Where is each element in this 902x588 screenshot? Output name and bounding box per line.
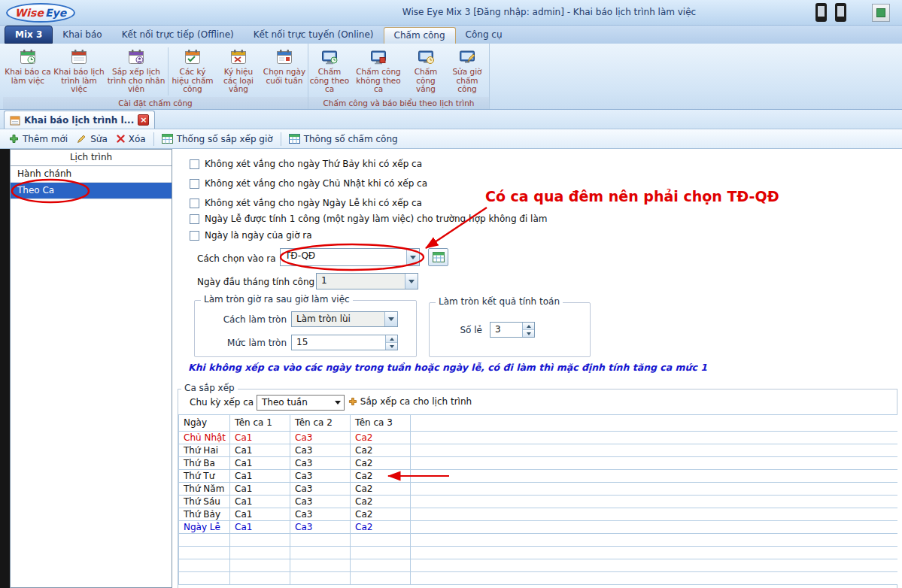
day-cell[interactable]: Thứ Sáu: [179, 496, 230, 508]
ca1-cell[interactable]: Ca1: [230, 483, 290, 496]
ca3-cell[interactable]: Ca2: [351, 444, 411, 457]
tab-ket-noi-online[interactable]: Kết nối trực tuyến (Online): [244, 27, 384, 44]
schedule-list-header[interactable]: Lịch trình: [11, 150, 172, 166]
ca1-cell[interactable]: Ca1: [230, 444, 290, 457]
ca1-cell[interactable]: Ca1: [230, 508, 290, 521]
round-method-combo[interactable]: Làm tròn lùi: [291, 311, 398, 327]
spin-down-icon[interactable]: [523, 330, 534, 337]
tab-khai-bao[interactable]: Khai báo: [53, 27, 111, 44]
cycle-label: Chu kỳ xếp ca: [190, 397, 254, 408]
sort-time-params-button[interactable]: Thống số sắp xếp giờ: [157, 132, 278, 146]
attendance-params-button[interactable]: Thông số chấm công: [284, 132, 402, 146]
day-cell[interactable]: Chủ Nhật: [179, 432, 230, 444]
cycle-combo[interactable]: Theo tuần: [257, 395, 345, 411]
ca3-cell[interactable]: Ca2: [351, 432, 411, 444]
spin-up-icon[interactable]: [523, 323, 534, 330]
assign-shift-link[interactable]: Sắp xếp ca cho lịch trình: [348, 396, 472, 407]
checkbox[interactable]: [190, 214, 199, 224]
ca2-cell[interactable]: Ca3: [290, 496, 351, 508]
day-cell[interactable]: Ngày Lễ: [179, 521, 230, 534]
tray-app-icon[interactable]: [872, 4, 890, 22]
ribbon-button-khai-bao-lich-trinh[interactable]: Khai báo lịch trình làm việc: [53, 46, 105, 97]
checkbox[interactable]: [190, 199, 199, 208]
combo-value: 1: [317, 274, 405, 289]
spinner-value[interactable]: 15: [292, 335, 385, 350]
checkbox-row-thu-bay[interactable]: Không xét vắng cho ngày Thứ Bảy khi có x…: [190, 159, 422, 169]
ca1-cell[interactable]: Ca1: [230, 457, 290, 470]
inout-settings-button[interactable]: [428, 248, 448, 266]
ca3-cell[interactable]: Ca2: [351, 457, 411, 470]
ribbon-button-chon-cuoi-tuan[interactable]: Chọn ngày cuối tuần: [261, 46, 308, 97]
decimals-spinner[interactable]: 3: [490, 322, 535, 338]
ca1-cell[interactable]: Ca1: [230, 496, 290, 508]
column-header-ca2[interactable]: Tên ca 2: [290, 415, 351, 432]
inout-method-combo[interactable]: TĐ-QĐ: [280, 248, 420, 266]
tab-ket-noi-offline[interactable]: Kết nối trực tiếp (Offline): [112, 27, 244, 44]
checkbox-row-chu-nhat[interactable]: Không xét vắng cho ngày Chủ Nhật khi có …: [190, 178, 427, 189]
column-header-ca1[interactable]: Tên ca 1: [230, 415, 290, 432]
ca1-cell[interactable]: Ca1: [230, 470, 290, 483]
day-cell[interactable]: Thứ Năm: [179, 483, 230, 496]
day-cell[interactable]: Thứ Tư: [179, 470, 230, 483]
column-header-ca3[interactable]: Tên ca 3: [351, 415, 411, 432]
ca3-cell[interactable]: Ca2: [351, 521, 411, 534]
ribbon-button-ky-hieu-vang[interactable]: Ký hiệu các loại vắng: [216, 46, 261, 97]
column-header-ngay[interactable]: Ngày: [179, 415, 230, 432]
mobile-device-icon[interactable]: [835, 3, 846, 22]
checkbox[interactable]: [190, 159, 199, 169]
ribbon-button-khai-bao-ca[interactable]: Khai báo ca làm việc: [3, 46, 53, 97]
day-cell[interactable]: Thứ Hai: [179, 444, 230, 457]
tab-mix3[interactable]: Mix 3: [5, 26, 53, 44]
ca3-cell[interactable]: Ca2: [351, 470, 411, 483]
ca2-cell[interactable]: Ca3: [290, 470, 351, 483]
tab-cham-cong[interactable]: Chấm công: [384, 27, 456, 44]
ribbon-button-sua-gio-cham-cong[interactable]: Sửa giờ chấm công: [445, 46, 489, 97]
spin-down-icon[interactable]: [386, 343, 397, 350]
ca2-cell[interactable]: Ca3: [290, 444, 351, 457]
ca2-cell[interactable]: Ca3: [290, 483, 351, 496]
ribbon-button-ky-hieu-cham-cong[interactable]: Các ký hiệu chấm công: [169, 46, 216, 97]
ca2-cell[interactable]: Ca3: [290, 521, 351, 534]
tab-cong-cu[interactable]: Công cụ: [456, 27, 512, 44]
list-item-hanh-chanh[interactable]: Hành chánh: [11, 166, 172, 183]
chevron-down-icon[interactable]: [405, 274, 418, 289]
chevron-down-icon[interactable]: [331, 396, 344, 410]
ca3-cell[interactable]: Ca2: [351, 496, 411, 508]
document-tab-khai-bao-lich-trinh[interactable]: Khai báo lịch trình l... ×: [4, 111, 155, 129]
ca3-cell[interactable]: Ca2: [351, 508, 411, 521]
checkbox-row-ngay-gio-ra[interactable]: Ngày là ngày của giờ ra: [190, 230, 312, 241]
spin-up-icon[interactable]: [386, 335, 397, 343]
month-start-combo[interactable]: 1: [316, 273, 418, 289]
edit-button[interactable]: Sửa: [72, 132, 112, 146]
list-item-theo-ca[interactable]: Theo Ca: [11, 183, 172, 199]
edit-attendance-time-icon: [457, 47, 477, 67]
ribbon-button-sap-xep-lich-trinh[interactable]: Sắp xếp lịch trình cho nhân viên: [105, 46, 167, 97]
ca1-cell[interactable]: Ca1: [230, 432, 290, 444]
checkbox-row-ngay-le[interactable]: Không xét vắng cho ngày Ngày Lễ khi có x…: [190, 198, 422, 208]
ca2-cell[interactable]: Ca3: [290, 432, 351, 444]
ca2-cell[interactable]: Ca3: [290, 508, 351, 521]
ribbon-button-cham-cong-vang[interactable]: Chấm công vắng: [406, 46, 445, 97]
plus-icon: [348, 397, 357, 406]
day-cell[interactable]: Thứ Bảy: [179, 508, 230, 521]
round-amount-spinner[interactable]: 15: [291, 335, 398, 350]
checkbox[interactable]: [190, 179, 199, 189]
chevron-down-icon[interactable]: [406, 249, 419, 265]
checkbox[interactable]: [190, 231, 199, 241]
ca3-cell[interactable]: Ca2: [351, 483, 411, 496]
chevron-down-icon[interactable]: [384, 312, 397, 326]
spinner-value[interactable]: 3: [490, 323, 522, 337]
combo-value: TĐ-QĐ: [281, 249, 406, 265]
checkbox-row-ngay-le-1-cong[interactable]: Ngày Lễ được tính 1 công (một ngày làm v…: [190, 214, 547, 224]
add-new-button[interactable]: Thêm mới: [5, 132, 72, 146]
ca2-cell[interactable]: Ca3: [290, 457, 351, 470]
checkbox-label: Ngày là ngày của giờ ra: [205, 230, 312, 241]
ca1-cell[interactable]: Ca1: [230, 521, 290, 534]
day-cell[interactable]: Thứ Ba: [179, 457, 230, 470]
ribbon-button-cham-cong-khong-theo-ca[interactable]: Chấm công không theo ca: [351, 46, 406, 97]
close-tab-icon[interactable]: ×: [138, 114, 149, 126]
attendance-by-shift-icon: [320, 47, 339, 67]
delete-button[interactable]: Xóa: [112, 132, 150, 146]
ribbon-button-cham-cong-theo-ca[interactable]: Chấm công theo ca: [308, 46, 351, 97]
terminal-device-icon[interactable]: [815, 3, 827, 22]
